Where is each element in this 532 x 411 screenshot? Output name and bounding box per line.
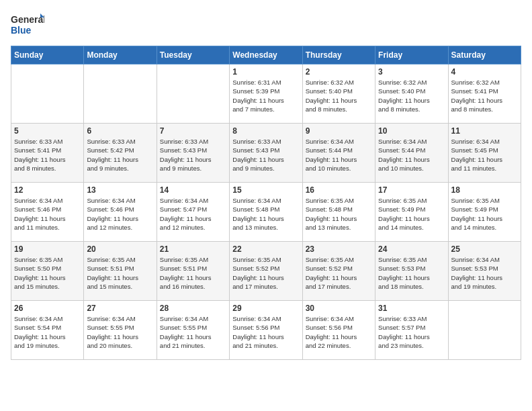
day-number: 28 [160,304,226,313]
day-number: 31 [378,304,445,313]
calendar-cell: 3Sunrise: 6:32 AM Sunset: 5:40 PM Daylig… [375,64,448,124]
page-header: General Blue [11,11,521,39]
calendar-cell: 5Sunrise: 6:33 AM Sunset: 5:41 PM Daylig… [11,124,84,183]
day-number: 10 [378,126,445,136]
day-number: 15 [232,185,299,195]
day-info: Sunrise: 6:34 AM Sunset: 5:46 PM Dayligh… [14,196,81,232]
day-number: 17 [378,185,445,195]
calendar-cell: 26Sunrise: 6:34 AM Sunset: 5:54 PM Dayli… [11,301,84,360]
calendar-week-row: 5Sunrise: 6:33 AM Sunset: 5:41 PM Daylig… [11,124,521,183]
calendar-cell: 31Sunrise: 6:33 AM Sunset: 5:57 PM Dayli… [375,301,448,360]
calendar-cell: 9Sunrise: 6:34 AM Sunset: 5:44 PM Daylig… [302,124,375,183]
weekday-header-tuesday: Tuesday [157,46,229,64]
day-info: Sunrise: 6:35 AM Sunset: 5:51 PM Dayligh… [87,255,153,291]
calendar-cell: 21Sunrise: 6:35 AM Sunset: 5:51 PM Dayli… [157,242,229,301]
weekday-header-saturday: Saturday [448,46,521,64]
calendar-cell: 4Sunrise: 6:32 AM Sunset: 5:41 PM Daylig… [448,64,521,124]
calendar-cell: 14Sunrise: 6:34 AM Sunset: 5:47 PM Dayli… [157,183,229,242]
day-info: Sunrise: 6:34 AM Sunset: 5:55 PM Dayligh… [160,314,226,350]
day-number: 14 [160,185,226,195]
day-number: 24 [378,244,445,254]
day-number: 6 [87,126,153,136]
calendar-cell: 8Sunrise: 6:33 AM Sunset: 5:43 PM Daylig… [230,124,302,183]
day-number: 23 [306,244,372,254]
day-number: 4 [451,67,518,77]
calendar-cell: 6Sunrise: 6:33 AM Sunset: 5:42 PM Daylig… [84,124,157,183]
calendar-cell [11,64,84,124]
day-number: 21 [160,244,226,254]
day-number: 13 [87,185,153,195]
calendar-cell: 16Sunrise: 6:35 AM Sunset: 5:48 PM Dayli… [302,183,375,242]
day-info: Sunrise: 6:33 AM Sunset: 5:42 PM Dayligh… [87,137,153,173]
day-info: Sunrise: 6:33 AM Sunset: 5:57 PM Dayligh… [378,314,445,350]
day-number: 2 [306,67,372,77]
calendar-cell: 28Sunrise: 6:34 AM Sunset: 5:55 PM Dayli… [157,301,229,360]
day-number: 11 [451,126,518,136]
day-number: 5 [14,126,81,136]
calendar-cell: 30Sunrise: 6:34 AM Sunset: 5:56 PM Dayli… [302,301,375,360]
day-number: 16 [306,185,372,195]
day-number: 1 [232,67,299,77]
weekday-header-thursday: Thursday [302,46,375,64]
day-number: 26 [14,304,81,313]
day-info: Sunrise: 6:33 AM Sunset: 5:43 PM Dayligh… [160,137,226,173]
calendar-cell: 18Sunrise: 6:35 AM Sunset: 5:49 PM Dayli… [448,183,521,242]
calendar-cell: 27Sunrise: 6:34 AM Sunset: 5:55 PM Dayli… [84,301,157,360]
day-info: Sunrise: 6:34 AM Sunset: 5:44 PM Dayligh… [378,137,445,173]
day-number: 30 [306,304,372,313]
day-info: Sunrise: 6:33 AM Sunset: 5:41 PM Dayligh… [14,137,81,173]
day-number: 19 [14,244,81,254]
day-info: Sunrise: 6:35 AM Sunset: 5:48 PM Dayligh… [306,196,372,232]
calendar-week-row: 1Sunrise: 6:31 AM Sunset: 5:39 PM Daylig… [11,64,521,124]
calendar-cell: 22Sunrise: 6:35 AM Sunset: 5:52 PM Dayli… [230,242,302,301]
calendar-cell: 10Sunrise: 6:34 AM Sunset: 5:44 PM Dayli… [375,124,448,183]
calendar-cell: 11Sunrise: 6:34 AM Sunset: 5:45 PM Dayli… [448,124,521,183]
day-info: Sunrise: 6:34 AM Sunset: 5:46 PM Dayligh… [87,196,153,232]
day-number: 8 [232,126,299,136]
day-info: Sunrise: 6:34 AM Sunset: 5:56 PM Dayligh… [232,314,299,350]
day-number: 12 [14,185,81,195]
day-info: Sunrise: 6:34 AM Sunset: 5:54 PM Dayligh… [14,314,81,350]
weekday-header-monday: Monday [84,46,157,64]
calendar-week-row: 12Sunrise: 6:34 AM Sunset: 5:46 PM Dayli… [11,183,521,242]
day-info: Sunrise: 6:35 AM Sunset: 5:52 PM Dayligh… [232,255,299,291]
logo-svg: General Blue [11,11,44,39]
day-info: Sunrise: 6:34 AM Sunset: 5:53 PM Dayligh… [451,255,518,291]
day-info: Sunrise: 6:34 AM Sunset: 5:48 PM Dayligh… [232,196,299,232]
day-info: Sunrise: 6:35 AM Sunset: 5:53 PM Dayligh… [378,255,445,291]
calendar-week-row: 26Sunrise: 6:34 AM Sunset: 5:54 PM Dayli… [11,301,521,360]
calendar-cell: 29Sunrise: 6:34 AM Sunset: 5:56 PM Dayli… [230,301,302,360]
day-info: Sunrise: 6:33 AM Sunset: 5:43 PM Dayligh… [232,137,299,173]
calendar-cell [84,64,157,124]
svg-text:General: General [11,14,44,25]
calendar-cell: 7Sunrise: 6:33 AM Sunset: 5:43 PM Daylig… [157,124,229,183]
weekday-header-wednesday: Wednesday [230,46,302,64]
calendar-cell: 25Sunrise: 6:34 AM Sunset: 5:53 PM Dayli… [448,242,521,301]
weekday-header-sunday: Sunday [11,46,84,64]
day-number: 29 [232,304,299,313]
day-info: Sunrise: 6:32 AM Sunset: 5:41 PM Dayligh… [451,78,518,113]
calendar-cell: 2Sunrise: 6:32 AM Sunset: 5:40 PM Daylig… [302,64,375,124]
day-number: 3 [378,67,445,77]
day-info: Sunrise: 6:32 AM Sunset: 5:40 PM Dayligh… [378,78,445,113]
calendar-cell: 13Sunrise: 6:34 AM Sunset: 5:46 PM Dayli… [84,183,157,242]
day-info: Sunrise: 6:34 AM Sunset: 5:45 PM Dayligh… [451,137,518,173]
calendar-cell: 23Sunrise: 6:35 AM Sunset: 5:52 PM Dayli… [302,242,375,301]
calendar-cell: 24Sunrise: 6:35 AM Sunset: 5:53 PM Dayli… [375,242,448,301]
calendar-table: SundayMondayTuesdayWednesdayThursdayFrid… [11,46,521,360]
day-number: 9 [306,126,372,136]
day-number: 25 [451,244,518,254]
day-info: Sunrise: 6:34 AM Sunset: 5:47 PM Dayligh… [160,196,226,232]
calendar-cell: 20Sunrise: 6:35 AM Sunset: 5:51 PM Dayli… [84,242,157,301]
day-number: 27 [87,304,153,313]
calendar-cell: 19Sunrise: 6:35 AM Sunset: 5:50 PM Dayli… [11,242,84,301]
day-info: Sunrise: 6:35 AM Sunset: 5:49 PM Dayligh… [451,196,518,232]
day-number: 22 [232,244,299,254]
calendar-cell [157,64,229,124]
weekday-header-friday: Friday [375,46,448,64]
day-info: Sunrise: 6:34 AM Sunset: 5:44 PM Dayligh… [306,137,372,173]
day-info: Sunrise: 6:35 AM Sunset: 5:51 PM Dayligh… [160,255,226,291]
day-number: 20 [87,244,153,254]
calendar-week-row: 19Sunrise: 6:35 AM Sunset: 5:50 PM Dayli… [11,242,521,301]
svg-text:Blue: Blue [11,25,32,36]
